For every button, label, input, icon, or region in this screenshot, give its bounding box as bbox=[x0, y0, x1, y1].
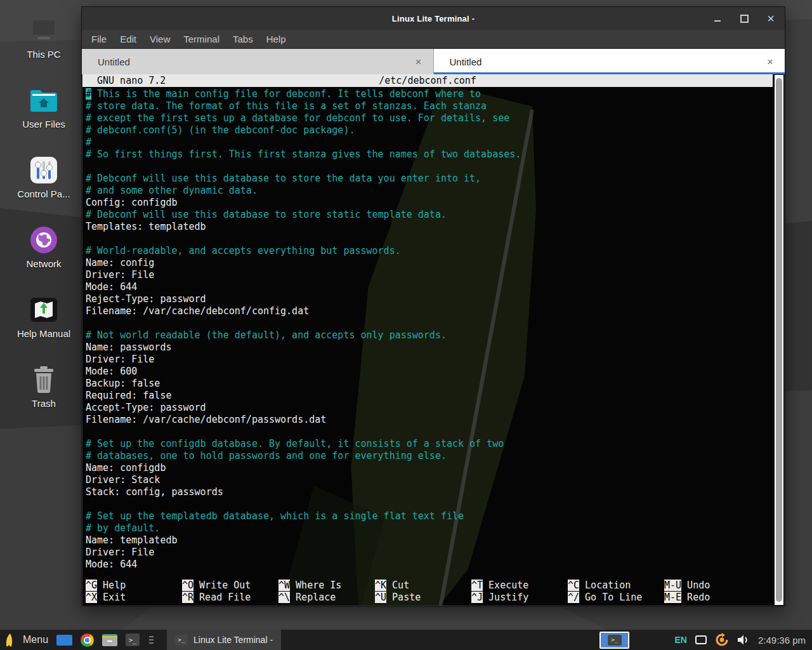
terminal-line bbox=[86, 498, 770, 510]
terminal-line: Driver: File bbox=[86, 269, 770, 281]
shortcut-key: ^K bbox=[375, 580, 386, 591]
menu-button[interactable]: Menu bbox=[23, 634, 48, 646]
terminal-line bbox=[86, 161, 770, 173]
control-panel-icon bbox=[29, 155, 59, 185]
shortcut-key: ^J bbox=[471, 592, 483, 603]
terminal-line: # databases, one to hold passwords and o… bbox=[86, 450, 770, 462]
maximize-icon[interactable] bbox=[739, 13, 749, 23]
taskbar-window-label: Linux Lite Terminal - bbox=[193, 635, 273, 645]
terminal-tab-2[interactable]: Untitled× bbox=[434, 49, 785, 74]
desktop-icon-label: Help Manual bbox=[17, 328, 70, 339]
terminal-line: # So first things first. This first stan… bbox=[86, 149, 770, 161]
shortcut-label: Exit bbox=[97, 592, 126, 603]
tab-close-icon[interactable]: × bbox=[767, 56, 773, 67]
taskbar-grip-handle[interactable] bbox=[148, 636, 155, 644]
terminal-line: Name: configdb bbox=[86, 462, 770, 474]
terminal-line: Config: configdb bbox=[86, 197, 770, 209]
terminal-tab-1[interactable]: Untitled× bbox=[82, 49, 434, 74]
nano-shortcut-undo: M-U Undo bbox=[664, 580, 770, 592]
computer-icon bbox=[29, 15, 59, 46]
desktop-display-icon[interactable] bbox=[56, 635, 72, 646]
menu-file[interactable]: File bbox=[91, 34, 107, 44]
desktop-icon-trash[interactable]: Trash bbox=[9, 364, 79, 409]
nano-shortcut-help: ^G Help bbox=[86, 580, 182, 592]
help-manual-icon bbox=[29, 295, 59, 325]
shortcut-key: ^/ bbox=[568, 592, 579, 603]
minimize-icon[interactable] bbox=[712, 13, 723, 23]
tab-bar: Untitled×Untitled× bbox=[82, 49, 785, 74]
menu-terminal[interactable]: Terminal bbox=[183, 34, 219, 44]
shortcut-label: Write Out bbox=[193, 580, 251, 591]
shortcut-label: Cut bbox=[386, 580, 409, 591]
desktop-icon-label: User Files bbox=[22, 119, 65, 129]
terminal-line: # Set up the configdb database. By defau… bbox=[86, 438, 770, 450]
shortcut-label: Undo bbox=[681, 580, 710, 591]
terminal-screen[interactable]: GNU nano 7.2 /etc/debconf.conf # This is… bbox=[82, 74, 784, 606]
terminal-line: Required: false bbox=[86, 390, 770, 402]
chrome-icon[interactable] bbox=[81, 633, 94, 647]
terminal-line: # Not world readable (the default), and … bbox=[86, 329, 770, 342]
shortcut-label: Replace bbox=[290, 592, 336, 603]
nano-shortcut-exit: ^X Exit bbox=[86, 592, 182, 604]
terminal-line: Mode: 644 bbox=[86, 559, 770, 571]
terminal-line: Mode: 600 bbox=[86, 366, 770, 378]
terminal-line: # debconf.conf(5) (in the debconf-doc pa… bbox=[86, 124, 770, 136]
linux-lite-logo-icon[interactable] bbox=[5, 633, 15, 647]
nano-shortcut-where-is: ^W Where Is bbox=[278, 580, 375, 592]
updates-tray-icon[interactable] bbox=[715, 633, 729, 647]
window-titlebar[interactable]: Linux Lite Terminal - × bbox=[82, 7, 785, 30]
network-globe-icon bbox=[29, 225, 59, 255]
terminal-scrollbar[interactable] bbox=[775, 75, 783, 605]
workspace-pager[interactable]: >_ bbox=[599, 632, 629, 649]
nano-shortcut-go-to-line: ^/ Go To Line bbox=[568, 592, 664, 604]
volume-speaker-icon[interactable] bbox=[737, 634, 750, 646]
desktop-icon-user-files[interactable]: User Files bbox=[9, 85, 79, 129]
nano-header: GNU nano 7.2 /etc/debconf.conf bbox=[82, 74, 773, 87]
nano-shortcut-execute: ^T Execute bbox=[471, 580, 568, 592]
shortcut-label: Paste bbox=[386, 592, 421, 603]
desktop-icon-help-manual[interactable]: Help Manual bbox=[9, 295, 79, 339]
file-manager-icon[interactable] bbox=[102, 634, 117, 646]
shortcut-label: Help bbox=[97, 580, 126, 591]
taskbar-window-button[interactable]: >_ Linux Lite Terminal - bbox=[167, 630, 281, 650]
desktop-icon-control-panel[interactable]: Control Pa... bbox=[9, 155, 79, 199]
close-icon[interactable]: × bbox=[766, 13, 776, 23]
terminal-line: Backup: false bbox=[86, 378, 770, 390]
menu-help[interactable]: Help bbox=[266, 34, 286, 44]
window-title: Linux Lite Terminal - bbox=[82, 14, 785, 23]
clock[interactable]: 2:49:36 pm bbox=[758, 635, 806, 646]
menu-view[interactable]: View bbox=[150, 34, 170, 44]
desktop-icon-this-pc[interactable]: This PC bbox=[9, 15, 79, 60]
terminal-line: Filename: /var/cache/debconf/config.dat bbox=[86, 305, 770, 317]
desktop-icon-label: This PC bbox=[27, 49, 60, 60]
nano-shortcut-replace: ^\ Replace bbox=[278, 592, 375, 604]
scrollbar-thumb[interactable] bbox=[776, 78, 782, 602]
terminal-line: # and some other dynamic data. bbox=[86, 185, 770, 197]
nano-shortcut-location: ^C Location bbox=[568, 580, 664, 592]
terminal-line: Driver: File bbox=[86, 547, 770, 559]
shortcut-key: ^W bbox=[278, 580, 290, 591]
tab-close-icon[interactable]: × bbox=[416, 56, 422, 67]
trash-icon bbox=[29, 364, 59, 395]
terminal-line: Mode: 644 bbox=[86, 281, 770, 293]
keyboard-layout-indicator[interactable]: EN bbox=[674, 635, 686, 645]
nano-shortcut-read-file: ^R Read File bbox=[182, 592, 278, 604]
nano-shortcut-paste: ^U Paste bbox=[375, 592, 471, 604]
desktop-icons: This PCUser FilesControl Pa...NetworkHel… bbox=[5, 15, 82, 409]
menu-bar: FileEditViewTerminalTabsHelp bbox=[82, 30, 785, 49]
tab-label: Untitled bbox=[450, 56, 482, 67]
terminal-line: Reject-Type: password bbox=[86, 293, 770, 305]
menu-tabs[interactable]: Tabs bbox=[233, 34, 253, 44]
terminal-line: # Debconf will use this database to stor… bbox=[86, 209, 770, 221]
terminal-line bbox=[86, 317, 770, 329]
terminal-line: # store data. The format of this file is… bbox=[86, 100, 770, 112]
display-tray-icon[interactable] bbox=[695, 635, 707, 644]
nano-shortcuts: ^G Help^O Write Out^W Where Is^K Cut^T E… bbox=[86, 580, 770, 604]
terminal-line: # bbox=[86, 136, 770, 149]
desktop-icon-label: Network bbox=[26, 258, 61, 269]
menu-edit[interactable]: Edit bbox=[120, 34, 136, 44]
shortcut-key: M-E bbox=[664, 592, 681, 603]
terminal-launcher-icon[interactable]: >_ bbox=[126, 633, 140, 646]
shortcut-label: Where Is bbox=[290, 580, 341, 591]
desktop-icon-network[interactable]: Network bbox=[9, 225, 79, 269]
